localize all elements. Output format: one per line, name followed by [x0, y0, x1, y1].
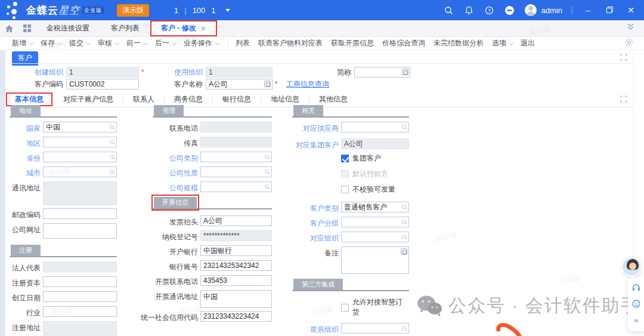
toolbar-divider: [228, 40, 228, 47]
search-icon[interactable]: [265, 155, 269, 159]
help-icon[interactable]: ?: [484, 5, 495, 16]
toolbar-list-button[interactable]: 列表: [236, 38, 250, 48]
business-info-query-link[interactable]: 工商信息查询: [286, 79, 329, 90]
company-category-input[interactable]: [200, 152, 272, 162]
industry-input[interactable]: [43, 306, 117, 317]
do-not-disturb-icon[interactable]: [504, 5, 515, 16]
field-founded-date: 创立日期: [10, 291, 117, 303]
supplier-label: 对应供应商: [292, 122, 339, 134]
country-input[interactable]: [43, 122, 117, 132]
apps-grid-icon[interactable]: [18, 20, 36, 36]
search-icon[interactable]: [110, 169, 114, 174]
toolbar-invoice-info-button[interactable]: 获取开票信息: [331, 38, 374, 48]
search-icon[interactable]: [110, 155, 114, 159]
reg-capital-input[interactable]: [43, 276, 117, 287]
close-button[interactable]: ✕: [625, 5, 637, 15]
toolbar-options-button[interactable]: 选项: [492, 38, 512, 48]
checkbox-no-check-qty[interactable]: 不校验可发量: [341, 184, 409, 195]
multilang-icon[interactable]: [401, 248, 407, 255]
customer-code-input[interactable]: [66, 79, 139, 90]
user-avatar[interactable]: [525, 4, 537, 16]
field-invoice-title: 发票抬头: [153, 215, 272, 227]
username-label[interactable]: admin: [541, 6, 562, 15]
gear-icon[interactable]: [625, 38, 633, 48]
field-customer-name: 客户名称 * 工商信息查询: [174, 79, 329, 90]
invoice-title-input[interactable]: [200, 215, 272, 226]
toolbar-unfinished-analysis-button[interactable]: 未完结数据分析: [434, 38, 484, 48]
org-selector[interactable]: 1 | 100 1: [174, 6, 230, 15]
chevron-down-icon: [509, 40, 513, 45]
region-input[interactable]: [43, 137, 117, 147]
toolbar-price-query-button[interactable]: 价格综合查询: [382, 38, 425, 48]
company-scale-input[interactable]: [200, 181, 272, 192]
star-org-input[interactable]: [341, 323, 409, 334]
city-input[interactable]: [43, 167, 117, 177]
search-icon[interactable]: [402, 205, 406, 209]
checkbox-group-customer[interactable]: 集团客户: [341, 153, 409, 164]
website-input[interactable]: [43, 223, 117, 239]
toolbar-previous-button[interactable]: 前一: [126, 38, 147, 48]
bank-input[interactable]: [200, 245, 272, 256]
minimize-button[interactable]: –: [582, 5, 594, 15]
assistant-avatar[interactable]: [621, 257, 642, 277]
invoice-phone-input[interactable]: [200, 275, 272, 286]
search-icon[interactable]: [444, 5, 454, 16]
tab-bank-info[interactable]: 银行信息: [213, 92, 261, 107]
short-name-input[interactable]: [354, 67, 410, 78]
expand-icon[interactable]: [620, 94, 627, 105]
mapped-org-input[interactable]: [341, 232, 409, 242]
toolbar-next-button[interactable]: 后一: [155, 38, 175, 48]
toolbar-business-ops-button[interactable]: 业务操作: [184, 38, 218, 48]
tab-customer-list[interactable]: 客户列表: [100, 20, 150, 36]
tab-tax-connection[interactable]: 金税连接设置: [36, 20, 100, 36]
toolbar-material-map-button[interactable]: 联查客户物料对应表: [258, 38, 323, 48]
notification-bell-icon[interactable]: [464, 5, 475, 16]
checkbox-icon[interactable]: [341, 304, 349, 312]
customer-group-input[interactable]: [341, 217, 409, 227]
tab-sub-account[interactable]: 对应子账户信息: [54, 92, 123, 107]
toolbar-audit-button[interactable]: 审核: [98, 38, 118, 48]
form-toolbar: 新增 保存 提交 审核 前一 后一 业务操作 列表 联查客户物料对应表 获取开票…: [0, 37, 644, 50]
remark-input[interactable]: [341, 246, 409, 274]
search-icon[interactable]: [110, 125, 114, 129]
chevron-double-right-icon[interactable]: »: [634, 316, 638, 324]
tab-customer-edit[interactable]: 客户 - 修改✕: [150, 20, 217, 36]
supplier-input[interactable]: [341, 122, 409, 132]
founded-date-input[interactable]: [43, 291, 117, 302]
multilang-icon[interactable]: [402, 69, 408, 75]
invoice-address-input[interactable]: 中国: [200, 290, 272, 308]
search-icon[interactable]: [402, 235, 406, 239]
search-icon[interactable]: [402, 125, 406, 129]
smiley-icon[interactable]: [632, 300, 640, 309]
checkbox-icon[interactable]: [341, 186, 349, 193]
toolbar-save-button[interactable]: 保存: [41, 38, 61, 48]
maximize-button[interactable]: [603, 5, 615, 15]
checkbox-smart-order[interactable]: 允许对接智慧订货: [341, 297, 409, 317]
industry-label: 行业: [10, 306, 41, 318]
credit-code-input[interactable]: [200, 311, 272, 322]
home-icon[interactable]: [0, 20, 18, 36]
company-nature-input[interactable]: [200, 167, 272, 177]
toolbar-exit-button[interactable]: 退出: [521, 38, 535, 48]
chevron-down-icon[interactable]: [225, 9, 230, 12]
multilang-icon[interactable]: [264, 81, 271, 87]
search-icon[interactable]: [265, 184, 269, 189]
headset-icon[interactable]: [632, 283, 640, 292]
checkbox-icon[interactable]: [341, 155, 349, 162]
field-province: 省份: [10, 152, 117, 164]
search-icon[interactable]: [402, 326, 406, 330]
close-tab-icon[interactable]: ✕: [200, 24, 206, 33]
search-icon[interactable]: [402, 220, 406, 224]
customer-type-input[interactable]: [341, 202, 409, 212]
bank-account-input[interactable]: [200, 260, 272, 271]
collapse-chevrons-icon[interactable]: [627, 22, 634, 33]
toolbar-submit-button[interactable]: 提交: [69, 38, 89, 48]
search-icon[interactable]: [265, 169, 269, 174]
toolbar-new-button[interactable]: 新增: [12, 38, 32, 48]
window-divider: [572, 6, 572, 14]
expand-icon[interactable]: [620, 53, 627, 63]
postcode-input[interactable]: [43, 208, 117, 219]
province-input[interactable]: [43, 152, 117, 162]
customer-name-input[interactable]: [206, 79, 273, 90]
search-icon[interactable]: [110, 140, 114, 144]
